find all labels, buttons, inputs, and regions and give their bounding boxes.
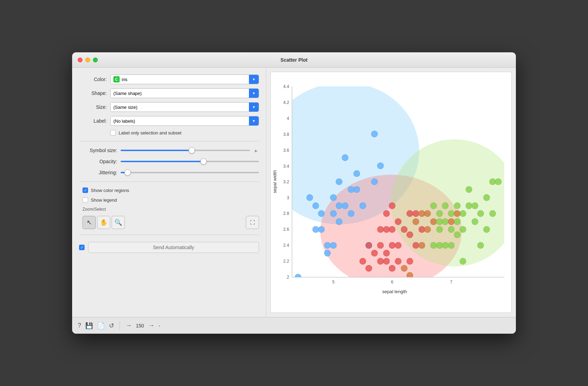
svg-point-104 [430, 242, 436, 248]
svg-point-105 [430, 203, 436, 209]
y-ticks: 2 2.2 2.4 2.6 2.8 3 3.2 3.4 3.6 3.8 4 4.… [283, 84, 289, 280]
svg-point-21 [312, 226, 319, 233]
fit-icon: ⛶ [250, 220, 255, 225]
symbol-size-expand[interactable]: ▸ [253, 147, 259, 154]
svg-point-63 [377, 258, 383, 264]
refresh-icon[interactable]: ↺ [109, 322, 114, 330]
fit-button[interactable]: ⛶ [246, 216, 259, 229]
opacity-track [121, 161, 259, 162]
svg-text:2.4: 2.4 [283, 243, 289, 248]
chart-container: 2 2.2 2.4 2.6 2.8 3 3.2 3.4 3.6 3.8 4 4.… [270, 72, 512, 313]
svg-point-48 [383, 250, 390, 256]
send-auto-label: Send Automatically [153, 245, 194, 250]
show-color-regions-checkbox[interactable]: ✓ [83, 187, 88, 193]
svg-point-35 [330, 242, 336, 248]
svg-point-64 [407, 258, 413, 264]
svg-point-23 [330, 210, 336, 217]
select-tool-button[interactable]: ↖ [83, 216, 96, 229]
svg-point-55 [395, 242, 401, 248]
symbol-size-thumb[interactable] [189, 147, 195, 153]
svg-point-71 [419, 210, 425, 217]
label-value: (No labels) [113, 119, 135, 124]
zoom-icon: 🔍 [114, 219, 122, 226]
svg-point-96 [436, 242, 443, 248]
save-icon[interactable]: 💾 [85, 322, 93, 330]
svg-point-52 [389, 226, 395, 233]
app-window: Scatter Plot Color: C iris ▾ Shape: [72, 52, 516, 334]
label-row: Label: (No labels) ▾ [79, 116, 259, 126]
jittering-thumb[interactable] [124, 169, 131, 176]
titlebar: Scatter Plot [72, 52, 516, 68]
label-dropdown-arrow[interactable]: ▾ [249, 116, 259, 125]
traffic-lights [78, 58, 98, 62]
pan-tool-button[interactable]: ✋ [97, 216, 110, 229]
opacity-label: Opacity: [79, 159, 117, 164]
svg-point-81 [442, 203, 448, 209]
close-button[interactable] [78, 58, 83, 62]
svg-point-22 [324, 242, 330, 248]
svg-text:4: 4 [287, 116, 289, 121]
opacity-thumb[interactable] [200, 158, 207, 165]
input-arrow-icon: → [126, 322, 132, 329]
svg-point-24 [330, 194, 336, 201]
svg-text:3.2: 3.2 [283, 179, 289, 184]
label-select[interactable]: (No labels) ▾ [110, 116, 259, 126]
svg-point-33 [371, 131, 378, 137]
divider3 [79, 235, 259, 235]
shape-select-wrapper: (Same shape) ▾ [110, 88, 259, 98]
svg-point-32 [371, 178, 378, 185]
output-arrow-icon: → [148, 322, 154, 329]
report-icon[interactable]: 📄 [97, 322, 105, 330]
help-icon[interactable]: ? [78, 322, 81, 329]
svg-point-97 [442, 242, 448, 248]
left-panel: Color: C iris ▾ Shape: (Same shape) ▾ [72, 68, 266, 317]
send-auto-button[interactable]: Send Automatically [88, 242, 259, 253]
show-legend-checkbox[interactable] [83, 197, 88, 203]
svg-point-84 [454, 219, 460, 225]
size-dropdown-arrow[interactable]: ▾ [249, 103, 259, 112]
jittering-slider[interactable] [121, 169, 259, 176]
svg-point-62 [383, 258, 390, 264]
svg-point-100 [460, 258, 466, 264]
color-dropdown-arrow[interactable]: ▾ [249, 75, 259, 84]
divider1 [79, 141, 259, 141]
svg-point-86 [460, 226, 466, 233]
send-auto-checkbox[interactable]: ✓ [79, 245, 85, 250]
show-color-regions-text: Show color regions [91, 188, 129, 193]
jittering-label: Jittering: [79, 170, 117, 175]
color-select-wrapper: C iris ▾ [110, 74, 259, 84]
symbol-size-row: Symbol size: ▸ [79, 147, 259, 154]
label-only-checkbox[interactable] [110, 130, 116, 135]
svg-point-30 [354, 170, 360, 177]
minimize-button[interactable] [85, 58, 90, 62]
svg-point-56 [401, 226, 407, 233]
send-row: ✓ Send Automatically [79, 242, 259, 253]
show-legend-text: Show legend [91, 198, 117, 203]
symbol-size-slider[interactable] [121, 147, 250, 154]
color-value: iris [122, 77, 128, 82]
svg-point-101 [483, 226, 490, 233]
svg-point-40 [342, 155, 348, 161]
svg-point-75 [419, 242, 425, 248]
input-count: 150 [136, 323, 144, 328]
svg-point-70 [413, 219, 419, 225]
label-label: Label: [79, 118, 107, 124]
svg-point-59 [389, 203, 395, 209]
opacity-slider[interactable] [121, 158, 259, 165]
color-select[interactable]: C iris ▾ [110, 74, 259, 84]
shape-value: (Same shape) [113, 91, 142, 96]
size-select[interactable]: (Same size) ▾ [110, 102, 259, 112]
svg-text:3.4: 3.4 [283, 164, 289, 169]
svg-point-93 [483, 194, 490, 201]
svg-point-45 [366, 242, 372, 248]
svg-point-85 [454, 203, 460, 209]
scatter-plot: 2 2.2 2.4 2.6 2.8 3 3.2 3.4 3.6 3.8 4 4.… [271, 72, 511, 313]
zoom-tool-button[interactable]: 🔍 [112, 216, 125, 229]
svg-point-29 [354, 186, 360, 193]
shape-select[interactable]: (Same shape) ▾ [110, 88, 259, 98]
svg-point-90 [472, 219, 478, 225]
shape-dropdown-arrow[interactable]: ▾ [249, 89, 259, 98]
opacity-row: Opacity: [79, 158, 259, 165]
maximize-button[interactable] [93, 58, 98, 62]
svg-point-44 [312, 203, 319, 209]
